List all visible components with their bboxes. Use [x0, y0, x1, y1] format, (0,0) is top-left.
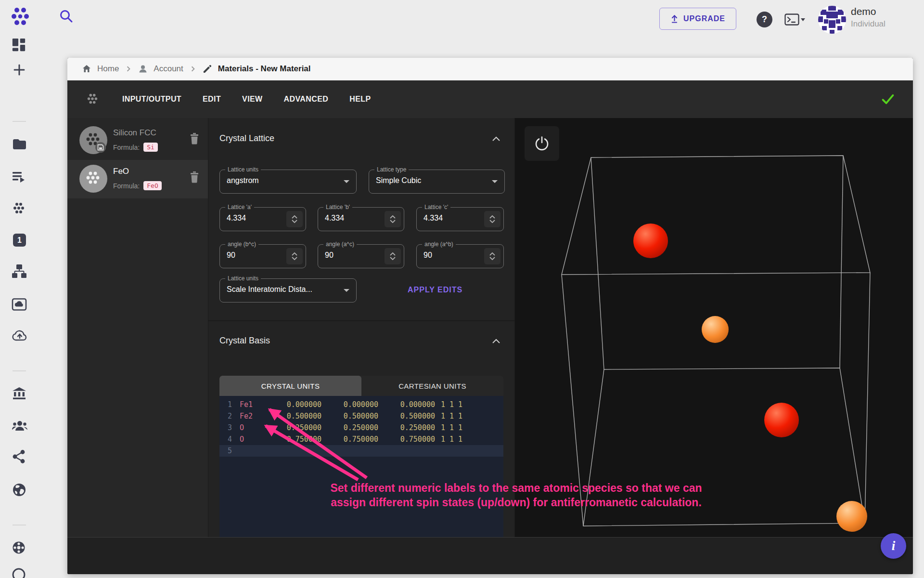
basis-line[interactable]: 1 Fe1 0.000000 0.000000 0.000000 1 1 1	[219, 399, 503, 410]
line-number: 3	[219, 422, 232, 434]
basis-line[interactable]: 2 Fe2 0.500000 0.500000 0.500000 1 1 1	[219, 410, 503, 422]
sidebar-item-create[interactable]	[13, 64, 26, 76]
number-stepper[interactable]	[484, 248, 500, 264]
lattice-units-select[interactable]: Lattice units angstrom	[219, 170, 357, 194]
sidebar-item-materials[interactable]	[12, 202, 26, 215]
material-item-feo[interactable]: FeO Formula: FeO	[67, 160, 208, 198]
designer-logo-icon	[86, 93, 99, 105]
field-label: Lattice units	[225, 166, 261, 173]
line-number: 2	[219, 410, 232, 422]
angle-ac-input[interactable]: angle (a^c) 90	[318, 244, 404, 268]
number-stepper[interactable]	[385, 211, 401, 227]
home-icon	[82, 64, 91, 74]
number-stepper[interactable]	[286, 211, 303, 227]
lattice-type-select[interactable]: Lattice type Simple Cubic	[369, 170, 505, 194]
line-number: 4	[219, 434, 232, 445]
atom-o2[interactable]	[836, 501, 867, 532]
coord-x: 0.750000	[265, 434, 321, 445]
number-stepper[interactable]	[286, 248, 303, 264]
menu-advanced[interactable]: ADVANCED	[284, 95, 329, 104]
formula-label: Formula:	[113, 182, 140, 190]
coord-flags: 1 1 1	[441, 422, 462, 434]
app-logo[interactable]	[11, 6, 30, 27]
basis-line-active[interactable]: 5	[219, 445, 503, 457]
one-badge: 1	[13, 234, 26, 247]
basis-line[interactable]: 3 O 0.250000 0.250000 0.250000 1 1 1	[219, 422, 503, 434]
section-divider	[208, 320, 514, 321]
field-value: 4.334	[227, 214, 246, 223]
collapse-lattice-icon[interactable]	[492, 136, 500, 141]
rail-divider	[13, 525, 26, 525]
upload-arrow-icon	[670, 14, 679, 23]
formula-label: Formula:	[113, 144, 140, 151]
material-name: FeO	[113, 167, 129, 176]
field-label: Lattice 'b'	[323, 204, 352, 210]
delete-material-icon[interactable]	[190, 132, 199, 144]
user-name[interactable]: demo	[851, 6, 876, 17]
materials-designer-window: Home Account Materials - New Material	[67, 58, 913, 574]
chevron-down-icon	[344, 180, 349, 183]
coord-y: 0.750000	[321, 434, 378, 445]
coord-z: 0.250000	[378, 422, 435, 434]
menu-help[interactable]: HELP	[349, 95, 371, 104]
menu-edit[interactable]: EDIT	[203, 95, 221, 104]
angle-ab-input[interactable]: angle (a^b) 90	[416, 244, 504, 268]
search-icon[interactable]	[59, 9, 74, 24]
lattice-b-input[interactable]: Lattice 'b' 4.334	[318, 207, 404, 231]
designer-menubar: INPUT/OUTPUT EDIT VIEW ADVANCED HELP	[67, 80, 913, 118]
field-label: angle (a^b)	[422, 241, 456, 248]
sidebar-item-cloud-upload[interactable]	[12, 328, 28, 343]
sidebar-item-workflows[interactable]	[12, 264, 27, 278]
delete-material-icon[interactable]	[190, 171, 199, 183]
breadcrumb-account[interactable]: Account	[154, 64, 183, 74]
window-footer	[67, 537, 913, 574]
sidebar-item-jobs[interactable]	[12, 171, 26, 184]
atom-fe1[interactable]	[633, 223, 668, 258]
coord-x: 0.250000	[265, 422, 321, 434]
save-check-icon[interactable]	[881, 93, 895, 105]
apply-edits-button[interactable]: APPLY EDITS	[401, 282, 469, 298]
scale-units-select[interactable]: Lattice units Scale Interatomic Dista...	[219, 278, 357, 302]
field-value: 90	[325, 251, 334, 260]
menu-view[interactable]: VIEW	[242, 95, 263, 104]
number-stepper[interactable]	[385, 248, 401, 264]
sidebar-item-organization[interactable]	[12, 387, 27, 400]
basis-code-editor[interactable]: 1 Fe1 0.000000 0.000000 0.000000 1 1 1 2…	[219, 396, 503, 537]
sidebar-item-item-one[interactable]: 1	[13, 234, 26, 247]
menu-input-output[interactable]: INPUT/OUTPUT	[122, 95, 181, 104]
material-item-silicon-fcc[interactable]: Silicon FCC Formula: Si	[67, 121, 208, 160]
field-value: angstrom	[227, 176, 259, 185]
help-icon[interactable]: ?	[757, 12, 772, 27]
collapse-basis-icon[interactable]	[492, 339, 500, 343]
upgrade-button[interactable]: UPGRADE	[659, 8, 736, 30]
sidebar-item-media[interactable]	[12, 298, 27, 311]
material-name: Silicon FCC	[113, 128, 156, 138]
field-value: 90	[424, 251, 432, 260]
account-icon	[138, 64, 148, 74]
basis-line[interactable]: 4 O 0.750000 0.750000 0.750000 1 1 1	[219, 434, 503, 445]
sidebar-item-projects[interactable]	[12, 137, 27, 151]
sidebar-item-teams[interactable]	[12, 420, 28, 432]
help-glyph: ?	[762, 14, 767, 25]
sidebar-item-more[interactable]	[12, 567, 26, 578]
structure-viewer-3d[interactable]	[515, 118, 913, 537]
atom-o1[interactable]	[702, 316, 729, 343]
avatar[interactable]	[818, 6, 846, 34]
formula-badge: Si	[143, 143, 158, 152]
lattice-c-input[interactable]: Lattice 'c' 4.334	[416, 207, 504, 231]
sidebar-item-help-hub[interactable]	[12, 540, 26, 555]
atom-fe2[interactable]	[764, 403, 799, 437]
lattice-a-input[interactable]: Lattice 'a' 4.334	[219, 207, 306, 231]
sidebar-item-share[interactable]	[12, 449, 26, 464]
number-stepper[interactable]	[484, 211, 500, 227]
info-button[interactable]: i	[881, 533, 906, 559]
angle-bc-input[interactable]: angle (b^c) 90	[219, 244, 306, 268]
console-menu-icon[interactable]	[784, 13, 806, 26]
tab-cartesian-units[interactable]: CARTESIAN UNITS	[361, 376, 503, 396]
crystal-edit-panel: Crystal Lattice Lattice units angstrom L…	[208, 118, 515, 537]
rail-divider	[13, 121, 26, 122]
sidebar-item-public[interactable]	[12, 482, 27, 498]
sidebar-item-dashboard[interactable]	[12, 38, 26, 52]
tab-crystal-units[interactable]: CRYSTAL UNITS	[219, 376, 361, 396]
breadcrumb-home[interactable]: Home	[97, 64, 119, 74]
